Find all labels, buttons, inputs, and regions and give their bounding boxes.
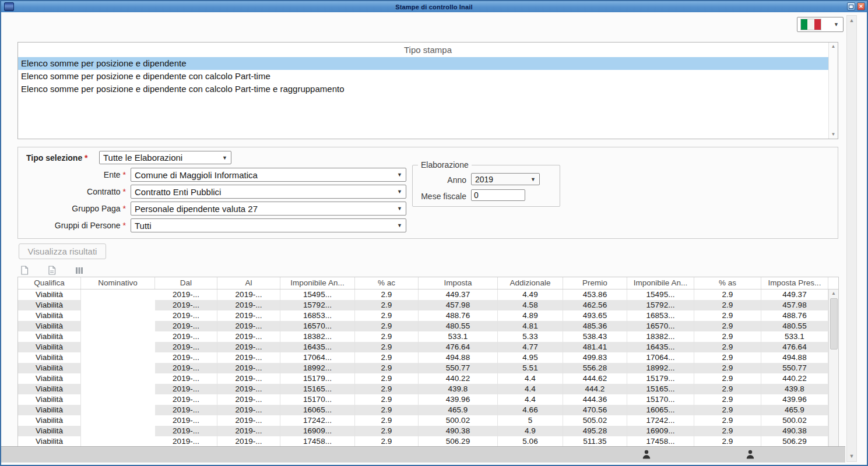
grid-header: QualificaNominativoDalAlImponibile An...…: [18, 277, 838, 290]
chevron-down-icon: ▼: [834, 22, 839, 27]
grid-scrollbar[interactable]: ▲: [828, 290, 838, 446]
tipo-stampa-listbox: Tipo stampa Elenco somme per posizione e…: [17, 42, 838, 139]
tipo-selezione-select[interactable]: Tutte le Elaborazioni ▼: [99, 151, 231, 164]
table-row[interactable]: Viabilità2019-...2019-...15792...2.9457.…: [18, 300, 828, 310]
table-cell: Viabilità: [18, 300, 81, 310]
scroll-up-icon[interactable]: ▲: [831, 291, 836, 296]
table-cell: 2.9: [355, 405, 419, 415]
scroll-down-icon[interactable]: ▼: [831, 132, 836, 137]
table-row[interactable]: Viabilità2019-...2019-...17242...2.9500.…: [18, 415, 828, 426]
column-header[interactable]: Imposta Pres...: [761, 277, 828, 289]
table-cell: [81, 310, 155, 321]
table-cell: 18992...: [627, 363, 694, 373]
table-cell: 2019-...: [217, 426, 280, 436]
table-cell: 4.4: [498, 394, 563, 405]
column-header[interactable]: % ac: [355, 277, 419, 289]
column-header[interactable]: Imponibile An...: [280, 277, 355, 289]
close-button[interactable]: ✕: [857, 2, 865, 10]
contratto-label: Contratto *: [18, 187, 126, 196]
language-selector[interactable]: ▼: [797, 17, 844, 32]
table-cell: 2019-...: [217, 384, 280, 394]
column-header[interactable]: Premio: [563, 277, 627, 289]
table-cell: 16853...: [280, 310, 355, 321]
table-row[interactable]: Viabilità2019-...2019-...16853...2.9488.…: [18, 310, 828, 321]
list-scrollbar[interactable]: ▲ ▼: [828, 43, 838, 139]
table-cell: 5.51: [498, 363, 563, 373]
person-icon[interactable]: [642, 450, 651, 459]
table-cell: 4.89: [498, 310, 563, 321]
table-cell: 4.4: [498, 384, 563, 394]
table-cell: 2019-...: [217, 394, 280, 405]
window-scrollbar[interactable]: ▲ ▼: [846, 15, 857, 462]
column-header[interactable]: Qualifica: [18, 277, 81, 289]
table-cell: 2.9: [355, 373, 419, 384]
scroll-up-icon[interactable]: ▲: [849, 18, 855, 23]
gruppi-di-persone-select[interactable]: Tutti ▼: [131, 218, 406, 232]
table-row[interactable]: Viabilità2019-...2019-...16570...2.9480.…: [18, 321, 828, 331]
table-cell: 2019-...: [155, 436, 217, 446]
contratto-select[interactable]: Contratto Enti Pubblici ▼: [131, 185, 406, 199]
anno-select[interactable]: 2019 ▼: [471, 173, 540, 185]
table-row[interactable]: Viabilità2019-...2019-...15495...2.9449.…: [18, 290, 828, 300]
maximize-button[interactable]: [847, 2, 855, 10]
table-row[interactable]: Viabilità2019-...2019-...16909...2.9490.…: [18, 426, 828, 436]
table-cell: [81, 384, 155, 394]
gruppo-paga-select[interactable]: Personale dipendente valuta 27 ▼: [131, 202, 406, 216]
table-cell: Viabilità: [18, 352, 81, 363]
table-row[interactable]: Viabilità2019-...2019-...18382...2.9533.…: [18, 331, 828, 342]
table-cell: 480.55: [761, 321, 828, 331]
table-cell: 2019-...: [155, 384, 217, 394]
column-header[interactable]: Al: [217, 277, 280, 289]
table-cell: 2.9: [694, 310, 761, 321]
table-row[interactable]: Viabilità2019-...2019-...16065...2.9465.…: [18, 405, 828, 415]
tipo-stampa-item[interactable]: Elenco somme per posizione e dipendente …: [18, 83, 828, 96]
table-row[interactable]: Viabilità2019-...2019-...15179...2.9440.…: [18, 373, 828, 384]
table-row[interactable]: Viabilità2019-...2019-...15170...2.9439.…: [18, 394, 828, 405]
table-cell: 2019-...: [155, 310, 217, 321]
table-cell: 2.9: [694, 352, 761, 363]
tipo-stampa-item[interactable]: Elenco somme per posizione e dipendente …: [18, 70, 828, 83]
mese-fiscale-input[interactable]: [471, 189, 525, 201]
visualizza-risultati-button[interactable]: Visualizza risultati: [19, 243, 106, 259]
scroll-up-icon[interactable]: ▲: [831, 44, 836, 49]
table-cell: 465.9: [761, 405, 828, 415]
scroll-down-icon[interactable]: ▼: [849, 454, 855, 459]
column-header[interactable]: Nominativo: [81, 277, 155, 289]
table-cell: 2019-...: [217, 415, 280, 426]
scrollbar-thumb[interactable]: [830, 298, 838, 350]
table-cell: Viabilità: [18, 426, 81, 436]
table-cell: 15170...: [280, 394, 355, 405]
table-row[interactable]: Viabilità2019-...2019-...17064...2.9494.…: [18, 352, 828, 363]
table-cell: 15792...: [627, 300, 694, 310]
column-header[interactable]: Addizionale: [498, 277, 563, 289]
ente-select[interactable]: Comune di Maggioli Informatica ▼: [131, 168, 406, 182]
table-row[interactable]: Viabilità2019-...2019-...18992...2.9550.…: [18, 363, 828, 373]
table-cell: 2019-...: [217, 310, 280, 321]
table-row[interactable]: Viabilità2019-...2019-...17458...2.9506.…: [18, 436, 828, 446]
tipo-stampa-item[interactable]: Elenco somme per posizione e dipendente: [18, 57, 828, 70]
column-header[interactable]: Dal: [155, 277, 217, 289]
required-asterisk: *: [123, 204, 126, 213]
columns-icon[interactable]: [75, 266, 83, 275]
table-cell: 18992...: [280, 363, 355, 373]
table-cell: 5.33: [498, 331, 563, 342]
column-header[interactable]: Imposta: [419, 277, 498, 289]
table-cell: [81, 352, 155, 363]
table-cell: [81, 363, 155, 373]
table-cell: 2.9: [355, 394, 419, 405]
column-header[interactable]: % as: [694, 277, 761, 289]
person-icon-2[interactable]: [746, 450, 754, 459]
table-cell: 2.9: [694, 384, 761, 394]
table-cell: [81, 300, 155, 310]
table-cell: 2019-...: [217, 300, 280, 310]
table-cell: 2.9: [355, 384, 419, 394]
table-row[interactable]: Viabilità2019-...2019-...15165...2.9439.…: [18, 384, 828, 394]
table-cell: 2.9: [355, 331, 419, 342]
required-asterisk: *: [85, 153, 87, 163]
table-row[interactable]: Viabilità2019-...2019-...16435...2.9476.…: [18, 342, 828, 352]
export-document-icon-2[interactable]: [47, 266, 56, 275]
column-header[interactable]: Imponibile An...: [627, 277, 694, 289]
required-asterisk: *: [123, 187, 126, 196]
export-document-icon[interactable]: [20, 266, 29, 275]
table-cell: 495.28: [563, 426, 627, 436]
